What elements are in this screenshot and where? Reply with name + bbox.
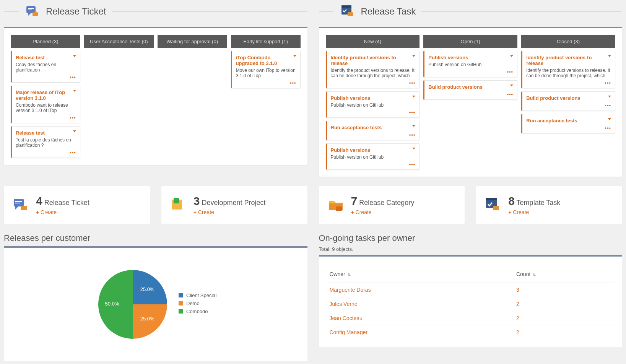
legend-label: Combodo [186, 309, 208, 314]
pie-slice[interactable] [133, 304, 167, 339]
table-header[interactable]: Count⇅ [513, 264, 615, 283]
card-menu-icon[interactable]: ••• [16, 74, 76, 80]
count-link[interactable]: 2 [516, 329, 519, 335]
card-menu-icon[interactable]: ••• [331, 109, 416, 115]
count-link[interactable]: 2 [516, 301, 519, 307]
release-task-icon [340, 4, 355, 19]
sort-icon[interactable]: ⇅ [348, 273, 351, 277]
svg-rect-7 [348, 12, 353, 16]
stat-card[interactable]: 8 Template Task+ Create [476, 186, 622, 224]
chevron-down-icon[interactable] [73, 55, 76, 57]
legend-item[interactable]: Demo [179, 301, 217, 306]
stat-label: Development Project [200, 199, 265, 206]
kanban-card[interactable]: Build product versions••• [521, 91, 615, 111]
owner-link[interactable]: Config Manager [330, 329, 368, 335]
kanban-card[interactable]: Release testCopy des tâches en planifica… [11, 51, 80, 83]
svg-rect-16 [336, 206, 342, 211]
card-menu-icon[interactable]: ••• [428, 69, 513, 75]
card-menu-icon[interactable]: ••• [331, 161, 416, 167]
create-link[interactable]: + Create [193, 209, 266, 215]
kanban-card[interactable]: Identify product versions to releaseIden… [326, 51, 420, 88]
card-description: Copy des tâches en planification [16, 62, 76, 73]
svg-rect-6 [341, 5, 351, 8]
card-menu-icon[interactable]: ••• [526, 102, 611, 108]
chevron-down-icon[interactable] [293, 55, 296, 57]
card-title: Identify product versions to release [331, 55, 416, 66]
card-description: Publish version on GitHub [428, 62, 513, 67]
card-title: Publish versions [331, 95, 416, 101]
card-menu-icon[interactable]: ••• [236, 80, 296, 86]
kanban-card[interactable]: iTop Combodo upgraded to 3.1.0Move our o… [231, 51, 301, 88]
kanban-card[interactable]: Identify product versions to releaseIden… [521, 51, 615, 88]
table-row: Jules Verne2 [327, 297, 615, 311]
card-menu-icon[interactable]: ••• [526, 80, 611, 86]
card-description: Combodo want to release version 3.1.0 of… [16, 102, 76, 113]
stat-label: Release Ticket [42, 199, 89, 206]
kanban-card[interactable]: Run acceptance tests••• [521, 114, 615, 133]
card-menu-icon[interactable]: ••• [331, 132, 416, 138]
card-menu-icon[interactable]: ••• [428, 91, 513, 97]
chevron-down-icon[interactable] [608, 96, 611, 98]
count-link[interactable]: 3 [516, 287, 519, 293]
kanban-card[interactable]: Publish versionsPublish version on GitHu… [326, 143, 420, 170]
chevron-down-icon[interactable] [510, 55, 513, 57]
kanban-column-header: New (4) [326, 35, 420, 48]
chevron-down-icon[interactable] [412, 148, 415, 150]
svg-rect-4 [33, 12, 38, 16]
chevron-down-icon[interactable] [510, 84, 513, 86]
chevron-down-icon[interactable] [608, 118, 611, 120]
table-row: Marguerite Duras3 [327, 283, 615, 297]
svg-rect-2 [28, 10, 32, 10]
card-title: Publish versions [428, 55, 513, 60]
count-link[interactable]: 2 [516, 315, 519, 321]
card-title: Build product versions [428, 84, 513, 90]
pie-slice-label: 25.0% [140, 286, 154, 292]
card-description: Move our own iTop to version 3.1.0 of iT… [236, 68, 296, 78]
card-menu-icon[interactable]: ••• [16, 150, 76, 155]
stat-card[interactable]: 7 Release Category+ Create [319, 186, 465, 224]
stat-card[interactable]: 3 Development Project+ Create [161, 186, 307, 224]
kanban-card[interactable]: Build product versions••• [423, 80, 517, 100]
kanban-card[interactable]: Release testTest la copie des tâches en … [11, 126, 80, 158]
chevron-down-icon[interactable] [412, 55, 415, 57]
stat-card[interactable]: 4 Release Ticket+ Create [4, 186, 150, 224]
chevron-down-icon[interactable] [412, 96, 415, 98]
stat-number: 4 [36, 195, 42, 207]
kanban-card[interactable]: Publish versionsPublish version on GitHu… [423, 51, 517, 77]
table-header[interactable]: Owner⇅ [327, 264, 513, 283]
sort-icon[interactable]: ⇅ [533, 273, 536, 277]
card-title: Release test [16, 55, 76, 60]
chevron-down-icon[interactable] [412, 125, 415, 127]
chevron-down-icon[interactable] [73, 90, 76, 92]
svg-rect-1 [28, 8, 34, 9]
card-title: Run acceptance tests [331, 125, 416, 130]
owner-link[interactable]: Jean Cocteau [330, 315, 363, 321]
kanban-card[interactable]: Run acceptance tests••• [326, 121, 420, 140]
create-link[interactable]: + Create [508, 209, 560, 215]
create-link[interactable]: + Create [351, 209, 415, 215]
owner-link[interactable]: Jules Verne [330, 301, 358, 307]
kanban-column: Early life support (1)iTop Combodo upgra… [231, 35, 301, 158]
kanban-card[interactable]: Major release of iTop version 3.1.0Combo… [11, 86, 80, 123]
sticky-icon [170, 197, 187, 213]
release-task-kanban: New (4)Identify product versions to rele… [319, 27, 623, 177]
card-title: Build product versions [526, 95, 611, 101]
stat-number: 7 [351, 195, 358, 207]
create-link[interactable]: + Create [36, 209, 89, 215]
chevron-down-icon[interactable] [608, 55, 611, 57]
legend-item[interactable]: Client Special [179, 292, 217, 298]
legend-item[interactable]: Combodo [179, 309, 217, 314]
card-description: Publish version on GitHub [331, 102, 416, 108]
card-title: Identify product versions to release [526, 55, 611, 66]
kanban-column-header: Early life support (1) [231, 35, 301, 48]
stat-label: Template Task [515, 199, 560, 206]
card-menu-icon[interactable]: ••• [16, 115, 76, 120]
chevron-down-icon[interactable] [73, 130, 76, 132]
kanban-column: New (4)Identify product versions to rele… [326, 35, 420, 170]
owner-link[interactable]: Marguerite Duras [330, 287, 371, 293]
kanban-card[interactable]: Publish versionsPublish version on GitHu… [326, 91, 420, 118]
kanban-column-header: Waiting for approval (0) [158, 35, 227, 48]
card-menu-icon[interactable]: ••• [526, 125, 611, 131]
card-menu-icon[interactable]: ••• [331, 80, 416, 86]
pie-slice-label: 25.0% [140, 316, 154, 322]
